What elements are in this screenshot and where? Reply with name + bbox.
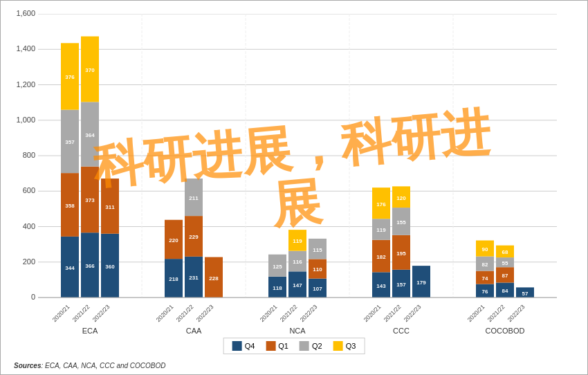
svg-text:228: 228 [209,275,219,282]
svg-text:373: 373 [85,197,95,203]
svg-text:90: 90 [482,246,488,253]
y-label-1600: 1,600 [2,9,35,17]
svg-text:2022/23: 2022/23 [506,303,526,323]
legend: Q4 Q1 Q2 Q3 [223,338,365,354]
svg-text:311: 311 [105,204,115,210]
y-label-1400: 1,400 [2,44,35,53]
svg-text:118: 118 [273,285,282,291]
svg-text:211: 211 [189,195,199,201]
svg-text:125: 125 [273,264,282,270]
svg-text:370: 370 [85,67,95,73]
svg-text:COCOBOD: COCOBOD [486,327,525,335]
svg-text:2021/22: 2021/22 [486,303,506,323]
svg-text:218: 218 [169,276,178,282]
svg-text:229: 229 [189,234,199,240]
svg-text:376: 376 [65,74,75,80]
svg-text:68: 68 [502,249,508,255]
legend-label-q1: Q1 [278,342,288,350]
legend-color-q2 [300,341,309,351]
svg-text:344: 344 [65,265,75,271]
svg-text:84: 84 [502,288,508,294]
legend-label-q4: Q4 [245,342,255,350]
y-label-1000: 1,000 [2,116,35,124]
svg-text:147: 147 [293,282,302,289]
legend-color-q3 [333,341,343,351]
svg-text:119: 119 [293,238,302,244]
legend-label-q3: Q3 [346,342,356,350]
svg-text:2020/21: 2020/21 [155,303,175,323]
svg-text:2022/23: 2022/23 [299,303,319,323]
svg-text:2022/23: 2022/23 [403,303,423,323]
svg-text:CAA: CAA [186,327,202,335]
svg-text:NCA: NCA [289,327,306,335]
source-label: Sources: ECA, CAA, NCA, CCC and COCOBOD [14,362,166,369]
y-label-800: 800 [2,151,35,159]
legend-item-q1: Q1 [266,341,288,351]
chart-container: 02004006008001,0001,2001,4001,6003443583… [0,0,588,375]
svg-text:182: 182 [376,254,386,260]
svg-text:ECA: ECA [82,327,98,335]
legend-color-q4 [232,341,242,351]
legend-label-q2: Q2 [312,342,322,350]
y-label-600: 600 [2,186,35,194]
svg-text:2020/21: 2020/21 [51,303,71,323]
svg-text:2020/21: 2020/21 [259,303,279,323]
svg-text:364: 364 [85,132,95,138]
svg-text:143: 143 [376,283,386,289]
legend-item-q4: Q4 [232,341,255,351]
svg-text:2022/23: 2022/23 [91,303,111,323]
svg-text:2021/22: 2021/22 [383,303,403,323]
svg-text:179: 179 [416,280,426,286]
svg-text:195: 195 [396,250,406,257]
svg-text:357: 357 [65,139,75,145]
y-label-400: 400 [2,222,35,230]
svg-text:57: 57 [522,291,529,297]
svg-text:220: 220 [169,237,178,244]
svg-text:CCC: CCC [393,327,410,335]
svg-text:110: 110 [313,266,322,273]
svg-text:358: 358 [65,203,75,209]
svg-text:176: 176 [376,201,386,208]
svg-text:2021/22: 2021/22 [279,303,299,323]
chart-area: 02004006008001,0001,2001,4001,6003443583… [38,14,574,320]
svg-text:74: 74 [482,275,488,282]
legend-color-q1 [266,341,275,351]
y-label-200: 200 [2,257,35,266]
svg-text:2021/22: 2021/22 [175,303,195,323]
svg-text:2020/21: 2020/21 [466,303,486,323]
svg-text:157: 157 [396,282,406,288]
svg-text:55: 55 [502,260,508,266]
y-label-1200: 1,200 [2,80,35,89]
svg-text:120: 120 [396,195,406,201]
svg-text:2020/21: 2020/21 [362,303,383,323]
svg-text:107: 107 [313,286,322,292]
svg-text:116: 116 [293,259,302,265]
svg-text:2021/22: 2021/22 [71,303,91,323]
svg-text:366: 366 [85,263,95,269]
svg-text:87: 87 [502,273,508,279]
svg-text:119: 119 [376,227,386,233]
svg-text:155: 155 [396,219,406,226]
svg-text:82: 82 [482,262,488,268]
svg-text:115: 115 [313,247,322,253]
legend-item-q3: Q3 [333,341,356,351]
svg-text:231: 231 [189,275,199,281]
svg-text:2022/23: 2022/23 [195,303,215,323]
svg-text:360: 360 [105,264,115,270]
svg-text:76: 76 [482,289,488,295]
legend-item-q2: Q2 [300,341,322,351]
y-label-0: 0 [2,293,35,301]
